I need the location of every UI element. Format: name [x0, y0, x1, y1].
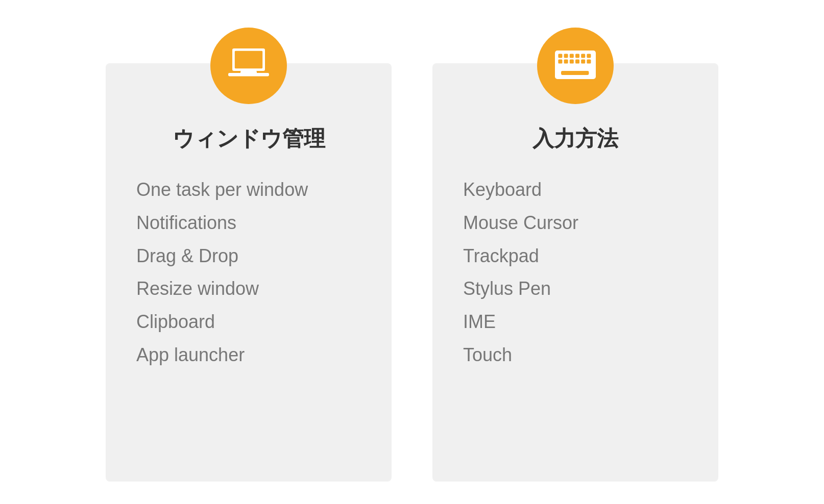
input-methods-list: Keyboard Mouse Cursor Trackpad Stylus Pe…: [463, 173, 688, 372]
list-item: Drag & Drop: [136, 240, 361, 273]
svg-rect-16: [587, 60, 591, 64]
list-item: Notifications: [136, 207, 361, 240]
window-management-card: ウィンドウ管理 One task per window Notification…: [106, 63, 392, 482]
svg-rect-8: [575, 54, 579, 58]
window-management-title: ウィンドウ管理: [136, 124, 361, 153]
list-item: Stylus Pen: [463, 272, 688, 306]
list-item: Touch: [463, 339, 688, 372]
list-item: Mouse Cursor: [463, 207, 688, 240]
input-methods-title: 入力方法: [463, 124, 688, 153]
main-container: ウィンドウ管理 One task per window Notification…: [0, 2, 824, 502]
svg-rect-15: [581, 60, 585, 64]
keyboard-icon: [555, 44, 596, 87]
svg-rect-2: [228, 73, 269, 76]
list-item: Keyboard: [463, 173, 688, 207]
svg-rect-10: [587, 54, 591, 58]
list-item: IME: [463, 306, 688, 339]
keyboard-icon-circle: [537, 28, 614, 104]
window-management-list: One task per window Notifications Drag &…: [136, 173, 361, 372]
list-item: Clipboard: [136, 306, 361, 339]
svg-rect-12: [564, 60, 568, 64]
svg-rect-6: [564, 54, 568, 58]
svg-rect-14: [575, 60, 579, 64]
svg-rect-3: [240, 71, 257, 73]
svg-rect-17: [561, 71, 589, 75]
svg-rect-9: [581, 54, 585, 58]
list-item: App launcher: [136, 339, 361, 372]
list-item: Trackpad: [463, 240, 688, 273]
laptop-icon: [228, 44, 269, 87]
laptop-icon-circle: [210, 28, 287, 104]
list-item: Resize window: [136, 272, 361, 306]
input-methods-card: 入力方法 Keyboard Mouse Cursor Trackpad Styl…: [432, 63, 718, 482]
svg-rect-13: [570, 60, 574, 64]
svg-rect-7: [570, 54, 574, 58]
list-item: One task per window: [136, 173, 361, 207]
svg-rect-5: [558, 54, 562, 58]
svg-rect-1: [235, 51, 262, 68]
svg-rect-11: [558, 60, 562, 64]
